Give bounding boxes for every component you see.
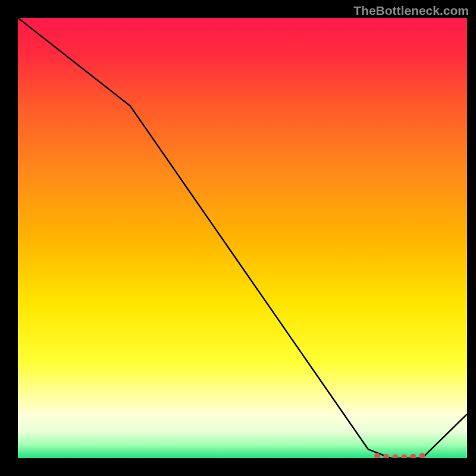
chart-container: TheBottleneck.com	[0, 0, 476, 476]
chart-svg	[18, 18, 467, 458]
gradient-background	[18, 18, 467, 458]
plot-area	[18, 18, 467, 458]
watermark-text: TheBottleneck.com	[353, 4, 469, 18]
